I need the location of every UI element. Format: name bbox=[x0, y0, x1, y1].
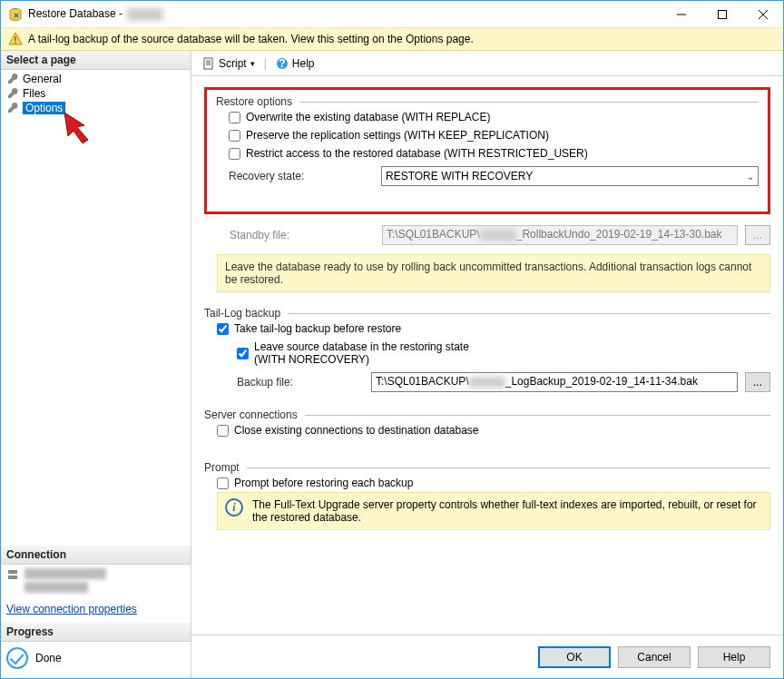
recovery-state-label: Recovery state: bbox=[229, 170, 374, 182]
dropdown-caret-icon: ▾ bbox=[250, 59, 255, 68]
svg-rect-2 bbox=[718, 10, 726, 18]
svg-rect-10 bbox=[204, 58, 212, 69]
standby-file-label: Standby file: bbox=[230, 229, 375, 241]
backup-file-browse-button[interactable]: ... bbox=[745, 372, 770, 392]
chevron-down-icon: ⌄ bbox=[747, 172, 754, 182]
restore-options-legend: Restore options bbox=[216, 95, 292, 108]
info-bar: A tail-log backup of the source database… bbox=[1, 28, 783, 51]
server-icon bbox=[6, 568, 19, 581]
connection-info bbox=[1, 565, 191, 595]
svg-text:?: ? bbox=[279, 57, 285, 70]
script-icon bbox=[202, 57, 215, 70]
recovery-note: Leave the database ready to use by rolli… bbox=[217, 254, 770, 292]
svg-rect-8 bbox=[8, 570, 17, 574]
select-page-header: Select a page bbox=[1, 51, 191, 70]
help-button[interactable]: ? Help bbox=[270, 55, 320, 72]
sidebar-item-files[interactable]: Files bbox=[1, 86, 191, 101]
dialog-footer: OK Cancel Help bbox=[191, 635, 783, 678]
restrict-label: Restrict access to the restored database… bbox=[246, 147, 588, 160]
wrench-icon bbox=[6, 102, 19, 114]
progress-header: Progress bbox=[1, 623, 191, 642]
server-connections-legend: Server connections bbox=[204, 408, 298, 421]
toolbar: Script ▾ | ? Help bbox=[191, 51, 783, 76]
sidebar-item-options[interactable]: Options bbox=[1, 101, 191, 115]
minimize-button[interactable] bbox=[661, 1, 701, 27]
leave-restoring-label: Leave source database in the restoring s… bbox=[254, 340, 469, 366]
progress-row: Done bbox=[1, 642, 191, 678]
overwrite-checkbox[interactable] bbox=[229, 112, 240, 123]
cancel-button[interactable]: Cancel bbox=[618, 646, 691, 668]
prompt-each-checkbox[interactable] bbox=[217, 477, 229, 489]
standby-file-input: T:\SQL01BACKUP\_RollbackUndo_2019-02-19_… bbox=[382, 225, 738, 245]
warning-icon bbox=[8, 32, 23, 46]
tail-log-legend: Tail-Log backup bbox=[204, 307, 280, 320]
help-icon: ? bbox=[276, 57, 289, 70]
restore-options-highlight: Restore options Overwrite the existing d… bbox=[204, 87, 770, 214]
script-button[interactable]: Script ▾ bbox=[197, 55, 260, 72]
restrict-access-checkbox[interactable] bbox=[229, 148, 240, 160]
maximize-button[interactable] bbox=[701, 1, 742, 27]
view-connection-properties-link[interactable]: View connection properties bbox=[1, 595, 191, 623]
done-icon bbox=[6, 647, 28, 669]
sidebar-item-general[interactable]: General bbox=[1, 72, 191, 86]
svg-point-7 bbox=[15, 42, 16, 44]
prompt-legend: Prompt bbox=[204, 461, 240, 474]
progress-text: Done bbox=[35, 652, 62, 664]
ok-button[interactable]: OK bbox=[538, 646, 611, 668]
preserve-replication-checkbox[interactable] bbox=[229, 130, 240, 142]
backup-file-input[interactable]: T:\SQL01BACKUP\_LogBackup_2019-02-19_14-… bbox=[371, 372, 738, 392]
help-footer-button[interactable]: Help bbox=[698, 646, 770, 668]
close-connections-checkbox[interactable] bbox=[217, 425, 229, 437]
leave-restoring-checkbox[interactable] bbox=[237, 348, 249, 359]
app-icon bbox=[8, 7, 23, 22]
wrench-icon bbox=[6, 73, 19, 85]
title-bar: Restore Database - bbox=[1, 1, 783, 28]
overwrite-label: Overwrite the existing database (WITH RE… bbox=[246, 111, 490, 123]
svg-rect-9 bbox=[8, 576, 17, 579]
sidebar: Select a page General Files Options Conn… bbox=[1, 51, 191, 678]
window-title: Restore Database - bbox=[28, 7, 661, 21]
sidebar-item-label: Options bbox=[23, 102, 65, 114]
preserve-label: Preserve the replication settings (WITH … bbox=[246, 129, 549, 142]
backup-file-label: Backup file: bbox=[237, 376, 364, 389]
sidebar-item-label: Files bbox=[23, 87, 45, 100]
standby-browse-button: ... bbox=[745, 225, 770, 245]
sidebar-item-label: General bbox=[23, 73, 62, 85]
recovery-state-select[interactable]: RESTORE WITH RECOVERY ⌄ bbox=[381, 166, 759, 186]
close-connections-label: Close existing connections to destinatio… bbox=[234, 424, 479, 437]
prompt-each-label: Prompt before restoring each backup bbox=[234, 477, 413, 489]
fulltext-info-note: i The Full-Text Upgrade server property … bbox=[217, 492, 770, 530]
close-button[interactable] bbox=[742, 1, 783, 27]
take-tail-log-checkbox[interactable] bbox=[217, 323, 229, 335]
connection-header: Connection bbox=[1, 546, 191, 565]
take-tail-log-label: Take tail-log backup before restore bbox=[234, 322, 401, 335]
wrench-icon bbox=[6, 87, 19, 100]
info-bar-text: A tail-log backup of the source database… bbox=[28, 33, 474, 45]
info-icon: i bbox=[225, 498, 243, 517]
